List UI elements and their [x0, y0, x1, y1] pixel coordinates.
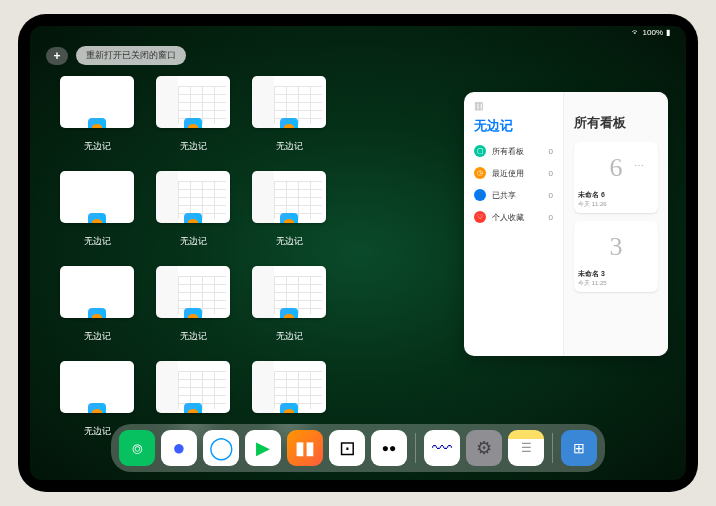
window-thumb[interactable]: 无边记: [60, 171, 134, 248]
thumb-label: 无边记: [84, 235, 111, 248]
dock-app-books[interactable]: ▮▮: [287, 430, 323, 466]
sidebar-item[interactable]: 👤已共享0: [474, 189, 553, 201]
freeform-icon: [88, 308, 106, 318]
status-bar: ᯤ 100% ▮: [632, 28, 670, 37]
favorite-icon: ♡: [474, 211, 486, 223]
panel-sidebar: ▥ 无边记 ▢所有看板0 ◷最近使用0 👤已共享0 ♡个人收藏0: [464, 92, 564, 356]
sidebar-item[interactable]: ♡个人收藏0: [474, 211, 553, 223]
freeform-icon: [88, 403, 106, 413]
dock-app-video[interactable]: ▶: [245, 430, 281, 466]
window-thumb[interactable]: 无边记: [252, 171, 326, 248]
sidebar-icon[interactable]: ▥: [474, 100, 553, 111]
dock-separator: [415, 433, 416, 463]
shared-icon: 👤: [474, 189, 486, 201]
dock-app-quark[interactable]: ●: [161, 430, 197, 466]
dock-app-qqbrowser[interactable]: ◯: [203, 430, 239, 466]
window-thumb[interactable]: 无边记: [252, 76, 326, 153]
freeform-icon: [280, 403, 298, 413]
board-time: 今天 11:25: [578, 279, 654, 288]
thumb-label: 无边记: [276, 235, 303, 248]
thumb-label: 无边记: [84, 330, 111, 343]
thumb-label: 无边记: [84, 140, 111, 153]
board-card[interactable]: 6 未命名 6 今天 11:26: [574, 142, 658, 213]
window-thumb[interactable]: 无边记: [156, 266, 230, 343]
board-name: 未命名 3: [578, 269, 654, 279]
dock-app-notes[interactable]: ☰: [508, 430, 544, 466]
window-thumb[interactable]: 无边记: [60, 266, 134, 343]
recent-icon: ◷: [474, 167, 486, 179]
thumb-label: 无边记: [180, 140, 207, 153]
panel-right-title: 所有看板: [574, 114, 658, 132]
dock-app-freeform[interactable]: 〰: [424, 430, 460, 466]
app-switcher-grid: 无边记 无边记 无边记 无边记 无边记 无边记 无边记 无边记 无边记 无边记 …: [60, 76, 440, 456]
freeform-icon: [280, 213, 298, 223]
freeform-icon: [184, 308, 202, 318]
dock-app-dice[interactable]: ⊡: [329, 430, 365, 466]
panel-content: ⋯ 所有看板 6 未命名 6 今天 11:26 3 未命名 3 今天 11:25: [564, 92, 668, 356]
window-thumb[interactable]: 无边记: [156, 171, 230, 248]
sidebar-item[interactable]: ▢所有看板0: [474, 145, 553, 157]
board-preview: 3: [578, 225, 654, 269]
sidebar-item[interactable]: ◷最近使用0: [474, 167, 553, 179]
wifi-icon: ᯤ: [632, 28, 640, 37]
thumb-label: 无边记: [276, 330, 303, 343]
window-thumb[interactable]: 无边记: [156, 76, 230, 153]
thumb-label: 无边记: [84, 425, 111, 438]
reopen-window-button[interactable]: 重新打开已关闭的窗口: [76, 46, 186, 65]
window-thumb[interactable]: 无边记: [60, 76, 134, 153]
window-thumb[interactable]: 无边记: [252, 266, 326, 343]
new-window-button[interactable]: +: [46, 47, 68, 65]
dock-recent-folder[interactable]: ⊞: [561, 430, 597, 466]
board-name: 未命名 6: [578, 190, 654, 200]
screen: ᯤ 100% ▮ + 重新打开已关闭的窗口 无边记 无边记 无边记 无边记 无边…: [30, 26, 686, 480]
board-time: 今天 11:26: [578, 200, 654, 209]
boards-icon: ▢: [474, 145, 486, 157]
stage-panel[interactable]: ▥ 无边记 ▢所有看板0 ◷最近使用0 👤已共享0 ♡个人收藏0 ⋯ 所有看板 …: [464, 92, 668, 356]
thumb-label: 无边记: [180, 235, 207, 248]
more-icon[interactable]: ⋯: [634, 160, 644, 171]
dock-app-settings[interactable]: ⚙: [466, 430, 502, 466]
ipad-frame: ᯤ 100% ▮ + 重新打开已关闭的窗口 无边记 无边记 无边记 无边记 无边…: [18, 14, 698, 492]
dock-app-oo[interactable]: ●●: [371, 430, 407, 466]
freeform-icon: [280, 308, 298, 318]
battery-icon: ▮: [666, 28, 670, 37]
dock-separator: [552, 433, 553, 463]
panel-left-title: 无边记: [474, 117, 553, 135]
board-card[interactable]: 3 未命名 3 今天 11:25: [574, 221, 658, 292]
top-controls: + 重新打开已关闭的窗口: [46, 46, 186, 65]
freeform-icon: [184, 118, 202, 128]
thumb-label: 无边记: [180, 330, 207, 343]
thumb-label: 无边记: [276, 140, 303, 153]
freeform-icon: [88, 213, 106, 223]
dock: ⌾ ● ◯ ▶ ▮▮ ⊡ ●● 〰 ⚙ ☰ ⊞: [111, 424, 605, 472]
dock-app-wechat[interactable]: ⌾: [119, 430, 155, 466]
battery-label: 100%: [643, 28, 663, 37]
freeform-icon: [184, 213, 202, 223]
freeform-icon: [280, 118, 298, 128]
freeform-icon: [88, 118, 106, 128]
freeform-icon: [184, 403, 202, 413]
